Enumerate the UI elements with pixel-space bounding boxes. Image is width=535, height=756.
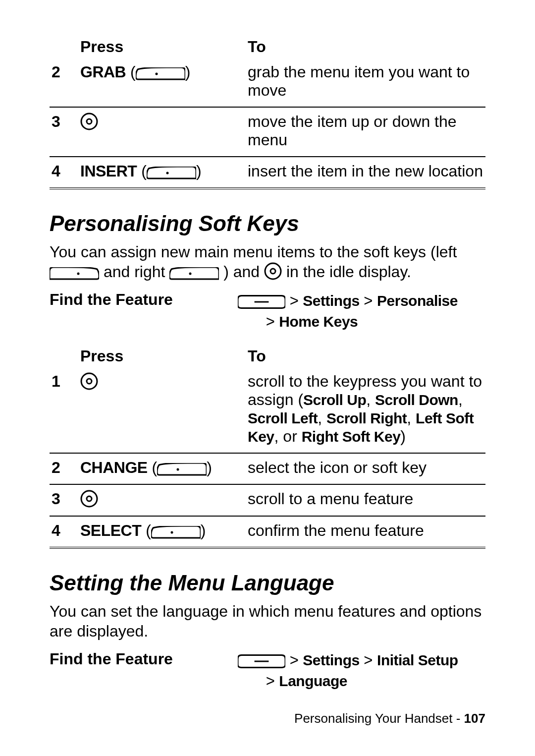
to-cell: confirm the menu feature (246, 516, 485, 548)
key-label: SELECT (80, 522, 141, 539)
step-number: 4 (50, 516, 78, 548)
to-cell: insert the item in the new location (246, 157, 485, 188)
to-cell: scroll to a menu feature (246, 484, 485, 516)
col-to: To (246, 35, 485, 58)
softkey-left-icon (50, 267, 99, 280)
step-number: 2 (50, 58, 78, 107)
step-number: 1 (50, 367, 78, 453)
press-cell (78, 107, 246, 157)
footer-text: Personalising Your Handset - (294, 711, 464, 726)
press-cell: CHANGE () (78, 453, 246, 484)
menu-path: > Settings > Personalise > Home Keys (238, 291, 458, 332)
press-cell: GRAB () (78, 58, 246, 107)
find-the-feature: Find the Feature > Settings > Initial Se… (50, 650, 485, 692)
manual-page: Press To 2 GRAB () grab the menu item yo… (0, 0, 535, 756)
nav-disc-icon (80, 372, 98, 390)
paragraph: You can assign new main menu items to th… (50, 242, 485, 282)
page-number: 107 (464, 711, 485, 726)
step-number: 3 (50, 484, 78, 516)
heading-personalising-soft-keys: Personalising Soft Keys (50, 211, 485, 236)
steps-table-soft-keys: Press To 1 scroll to the keypress you wa… (50, 344, 485, 549)
nav-disc-icon (80, 113, 98, 130)
key-label: CHANGE (80, 459, 148, 476)
softkey-right-icon (136, 67, 185, 80)
find-feature-label: Find the Feature (50, 650, 238, 668)
press-cell: INSERT () (78, 157, 246, 188)
col-press: Press (78, 344, 246, 367)
find-the-feature: Find the Feature > Settings > Personalis… (50, 291, 485, 332)
press-cell (78, 484, 246, 516)
paragraph: You can set the language in which menu f… (50, 601, 485, 641)
step-number: 2 (50, 453, 78, 484)
step-number: 3 (50, 107, 78, 157)
menu-key-icon (238, 295, 285, 309)
softkey-right-icon (147, 167, 196, 179)
menu-key-icon (238, 654, 285, 668)
to-cell: select the icon or soft key (246, 453, 485, 484)
to-cell: move the item up or down the menu (246, 107, 485, 157)
softkey-right-icon (169, 267, 219, 280)
menu-path: > Settings > Initial Setup > Language (238, 650, 458, 692)
press-cell (78, 367, 246, 453)
softkey-right-icon (151, 526, 201, 539)
key-label: INSERT (80, 162, 137, 180)
key-label: GRAB (80, 63, 126, 81)
softkey-right-icon (157, 463, 207, 476)
page-footer: Personalising Your Handset - 107 (294, 711, 485, 726)
to-cell: grab the menu item you want to move (246, 58, 485, 107)
nav-disc-icon (264, 262, 282, 280)
find-feature-label: Find the Feature (50, 291, 238, 309)
col-press: Press (78, 35, 246, 58)
press-cell: SELECT () (78, 516, 246, 548)
to-cell: scroll to the keypress you want to assig… (246, 367, 485, 453)
nav-disc-icon (80, 490, 98, 508)
col-to: To (246, 344, 485, 367)
steps-table-move-menu: Press To 2 GRAB () grab the menu item yo… (50, 35, 485, 189)
heading-setting-menu-language: Setting the Menu Language (50, 571, 485, 595)
step-number: 4 (50, 157, 78, 188)
